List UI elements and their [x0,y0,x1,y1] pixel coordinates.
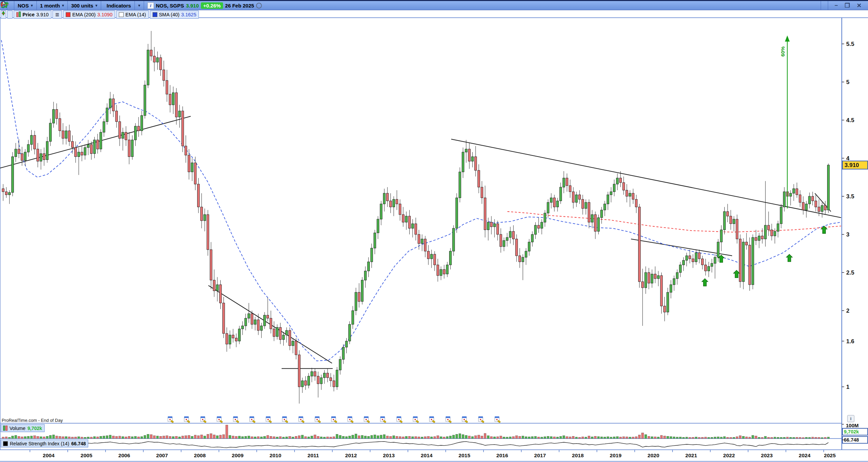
svg-text:2021: 2021 [685,452,697,458]
svg-text:2023: 2023 [761,452,773,458]
svg-text:4.5: 4.5 [846,117,854,123]
quote-last-price: 3.910 [186,3,199,9]
volume-icon [3,426,7,431]
svg-text:2008: 2008 [194,452,206,458]
minimize-button[interactable]: – [832,2,841,9]
sma40-swatch [153,12,157,17]
legend-bar: Price 3.910 ≣ EMA (200) 3.1090 EMA (14) … [1,11,199,18]
session-clock-icon [256,3,262,9]
volume-tag: 9,702k [844,429,859,434]
ema14-legend[interactable]: EMA (14) [116,11,148,19]
chevron-down-icon: ▾ [62,3,64,8]
indicators-button[interactable]: Indicators [101,1,135,10]
event-calendar-icons[interactable] [168,416,500,423]
svg-text:2013: 2013 [383,452,395,458]
svg-text:4: 4 [846,155,850,162]
svg-text:2: 2 [846,308,849,314]
rsi-line [3,442,828,448]
list-icon: ≣ [55,12,60,18]
price-axis[interactable]: 5.554.543.532.521.61 [842,41,854,390]
timeframe-label: 1 month [40,3,60,9]
ema200-label: EMA (200) [72,12,96,17]
chevron-down-icon: ▾ [138,3,140,8]
svg-text:2010: 2010 [270,452,281,458]
svg-text:3.5: 3.5 [846,193,854,200]
price-chart-canvas[interactable]: 5.554.543.532.521.6120042005200620072008… [0,0,868,462]
quote-name: NOS, SGPS [156,3,184,9]
data-source-note: ProRealTime.com - End of Day [2,418,63,423]
sma40-label: SMA (40) [159,12,179,17]
price-value: 3.910 [36,12,48,17]
ema14-swatch [119,12,124,17]
ema200-swatch [66,12,70,17]
svg-text:2012: 2012 [345,452,357,458]
price-label: Price [22,12,34,17]
svg-text:100M: 100M [846,423,859,428]
ema200-legend[interactable]: EMA (200) 3.1090 [63,11,115,19]
svg-text:1: 1 [846,384,849,390]
svg-text:2020: 2020 [648,452,659,458]
volume-label: Volume [10,426,26,431]
quote-summary: i NOS, SGPS 3.910 +0.26% 26 Feb 2025 [144,1,265,10]
volume-panel-label[interactable]: Volume 9,702k [1,424,45,432]
last-price-tag: 3.910 [845,162,859,168]
time-axis[interactable]: 2004200520062007200820092010201120122013… [30,450,836,458]
symbol-label: NOS [18,3,29,9]
units-label: 300 units [71,3,93,9]
quote-date: 26 Feb 2025 [225,3,254,9]
indicator-list-button[interactable]: ≣ [52,11,62,19]
svg-text:2005: 2005 [81,452,93,458]
candles-layer[interactable] [2,31,830,403]
svg-text:2018: 2018 [572,452,584,458]
svg-text:2011: 2011 [307,452,319,458]
maximize-button[interactable]: ❐ [842,2,853,9]
close-button[interactable]: ✕ [854,2,865,9]
rsi-label: Relative Strength Index (14) [10,441,69,446]
measure-annotation[interactable]: 60% [780,35,790,208]
quote-change-badge: +0.26% [201,2,223,9]
rsi-tag: 66.748 [844,437,859,443]
svg-text:3: 3 [846,231,849,238]
price-candles-icon [16,12,21,17]
refresh-button[interactable] [821,1,828,10]
sma40-value: 3.1625 [181,12,196,17]
ema200-value: 3.1090 [97,12,112,17]
svg-text:2006: 2006 [119,452,130,458]
svg-text:2022: 2022 [723,452,735,458]
rsi-swatch [3,441,8,446]
chart-info-button[interactable]: i [847,415,854,422]
units-dropdown[interactable]: 300 units ▾ [68,1,101,10]
green-up-arrow-icon [1,11,6,16]
chevron-down-icon: ▾ [31,3,33,8]
svg-text:60%: 60% [780,46,786,56]
svg-text:2025: 2025 [824,452,836,458]
timeframe-dropdown[interactable]: 1 month ▾ [37,1,67,10]
price-legend[interactable]: Price 3.910 [14,11,51,19]
svg-text:2007: 2007 [156,452,168,458]
info-icon[interactable]: i [147,2,154,9]
ema14-label: EMA (14) [125,12,146,17]
rsi-panel-label[interactable]: Relative Strength Index (14) 66.748 [1,440,88,447]
indicators-label: Indicators [107,3,131,9]
moving-averages [1,40,841,361]
buy-order-button[interactable] [7,11,13,19]
chart-frame [0,18,868,461]
svg-text:2004: 2004 [43,452,55,458]
rsi-current-value: 66.748 [71,441,86,446]
trendlines[interactable] [0,116,841,368]
indicators-more-dropdown[interactable]: ▾ [135,1,144,10]
svg-text:5.5: 5.5 [846,41,854,47]
sma40-legend[interactable]: SMA (40) 3.1625 [150,11,199,19]
volume-bars [2,425,830,439]
svg-text:2015: 2015 [459,452,471,458]
volume-current-value: 9,702k [28,426,42,431]
chevron-down-icon: ▾ [95,3,97,8]
svg-text:2.5: 2.5 [846,269,854,276]
axis-value-tags: 3.910100M9,702k66.748 [842,161,868,443]
svg-text:2014: 2014 [421,452,433,458]
svg-text:2009: 2009 [232,452,244,458]
main-toolbar: NOS ▾ 1 month ▾ 300 units ▾ Indicators ▾… [0,1,868,10]
symbol-dropdown[interactable]: NOS ▾ [14,1,36,10]
svg-text:2019: 2019 [610,452,622,458]
svg-text:1.6: 1.6 [846,338,854,345]
